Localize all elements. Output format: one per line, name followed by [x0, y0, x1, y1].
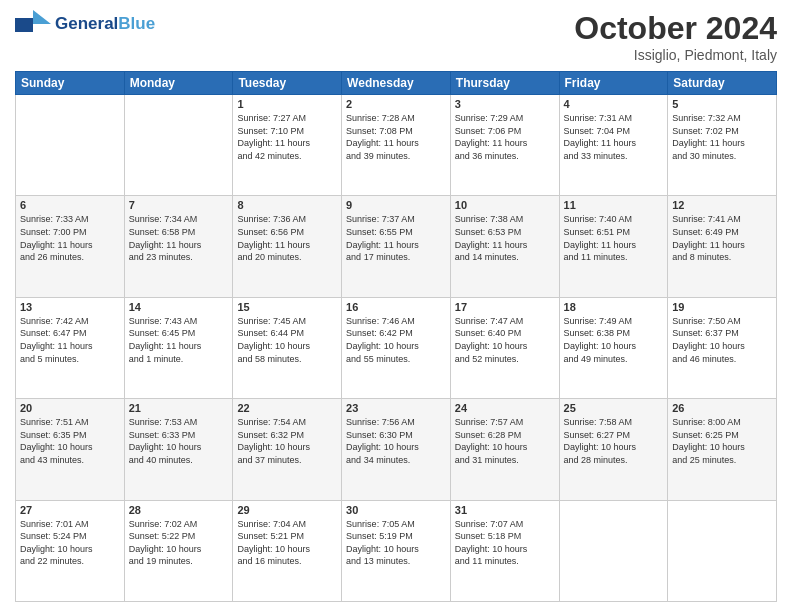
- calendar-cell: 9Sunrise: 7:37 AM Sunset: 6:55 PM Daylig…: [342, 196, 451, 297]
- logo-general: General: [55, 14, 118, 33]
- calendar-cell: 22Sunrise: 7:54 AM Sunset: 6:32 PM Dayli…: [233, 399, 342, 500]
- day-info: Sunrise: 7:02 AM Sunset: 5:22 PM Dayligh…: [129, 518, 229, 568]
- day-info: Sunrise: 7:56 AM Sunset: 6:30 PM Dayligh…: [346, 416, 446, 466]
- calendar-cell: 19Sunrise: 7:50 AM Sunset: 6:37 PM Dayli…: [668, 297, 777, 398]
- header: GeneralBlue October 2024 Issiglio, Piedm…: [15, 10, 777, 63]
- day-info: Sunrise: 7:27 AM Sunset: 7:10 PM Dayligh…: [237, 112, 337, 162]
- calendar-cell: 18Sunrise: 7:49 AM Sunset: 6:38 PM Dayli…: [559, 297, 668, 398]
- calendar-week-5: 27Sunrise: 7:01 AM Sunset: 5:24 PM Dayli…: [16, 500, 777, 601]
- calendar-cell: 25Sunrise: 7:58 AM Sunset: 6:27 PM Dayli…: [559, 399, 668, 500]
- calendar-cell: 12Sunrise: 7:41 AM Sunset: 6:49 PM Dayli…: [668, 196, 777, 297]
- title-area: October 2024 Issiglio, Piedmont, Italy: [574, 10, 777, 63]
- day-info: Sunrise: 7:04 AM Sunset: 5:21 PM Dayligh…: [237, 518, 337, 568]
- calendar-body: 1Sunrise: 7:27 AM Sunset: 7:10 PM Daylig…: [16, 95, 777, 602]
- day-info: Sunrise: 7:05 AM Sunset: 5:19 PM Dayligh…: [346, 518, 446, 568]
- day-number: 14: [129, 301, 229, 313]
- day-info: Sunrise: 7:46 AM Sunset: 6:42 PM Dayligh…: [346, 315, 446, 365]
- calendar-cell: 15Sunrise: 7:45 AM Sunset: 6:44 PM Dayli…: [233, 297, 342, 398]
- calendar-cell: 30Sunrise: 7:05 AM Sunset: 5:19 PM Dayli…: [342, 500, 451, 601]
- calendar-week-2: 6Sunrise: 7:33 AM Sunset: 7:00 PM Daylig…: [16, 196, 777, 297]
- day-info: Sunrise: 7:57 AM Sunset: 6:28 PM Dayligh…: [455, 416, 555, 466]
- calendar-cell: 27Sunrise: 7:01 AM Sunset: 5:24 PM Dayli…: [16, 500, 125, 601]
- month-title: October 2024: [574, 10, 777, 47]
- col-thursday: Thursday: [450, 72, 559, 95]
- day-number: 24: [455, 402, 555, 414]
- day-info: Sunrise: 7:37 AM Sunset: 6:55 PM Dayligh…: [346, 213, 446, 263]
- day-info: Sunrise: 7:43 AM Sunset: 6:45 PM Dayligh…: [129, 315, 229, 365]
- day-info: Sunrise: 8:00 AM Sunset: 6:25 PM Dayligh…: [672, 416, 772, 466]
- page: GeneralBlue October 2024 Issiglio, Piedm…: [0, 0, 792, 612]
- day-number: 17: [455, 301, 555, 313]
- day-info: Sunrise: 7:32 AM Sunset: 7:02 PM Dayligh…: [672, 112, 772, 162]
- day-info: Sunrise: 7:28 AM Sunset: 7:08 PM Dayligh…: [346, 112, 446, 162]
- day-info: Sunrise: 7:41 AM Sunset: 6:49 PM Dayligh…: [672, 213, 772, 263]
- logo-text: GeneralBlue: [55, 15, 155, 34]
- day-info: Sunrise: 7:49 AM Sunset: 6:38 PM Dayligh…: [564, 315, 664, 365]
- day-number: 2: [346, 98, 446, 110]
- calendar-cell: 10Sunrise: 7:38 AM Sunset: 6:53 PM Dayli…: [450, 196, 559, 297]
- calendar-cell: 24Sunrise: 7:57 AM Sunset: 6:28 PM Dayli…: [450, 399, 559, 500]
- calendar-header-row: Sunday Monday Tuesday Wednesday Thursday…: [16, 72, 777, 95]
- day-number: 1: [237, 98, 337, 110]
- calendar-table: Sunday Monday Tuesday Wednesday Thursday…: [15, 71, 777, 602]
- day-info: Sunrise: 7:40 AM Sunset: 6:51 PM Dayligh…: [564, 213, 664, 263]
- day-info: Sunrise: 7:53 AM Sunset: 6:33 PM Dayligh…: [129, 416, 229, 466]
- day-info: Sunrise: 7:36 AM Sunset: 6:56 PM Dayligh…: [237, 213, 337, 263]
- calendar-cell: [668, 500, 777, 601]
- day-number: 30: [346, 504, 446, 516]
- day-info: Sunrise: 7:47 AM Sunset: 6:40 PM Dayligh…: [455, 315, 555, 365]
- day-info: Sunrise: 7:42 AM Sunset: 6:47 PM Dayligh…: [20, 315, 120, 365]
- day-number: 11: [564, 199, 664, 211]
- day-number: 16: [346, 301, 446, 313]
- day-info: Sunrise: 7:34 AM Sunset: 6:58 PM Dayligh…: [129, 213, 229, 263]
- calendar-cell: 3Sunrise: 7:29 AM Sunset: 7:06 PM Daylig…: [450, 95, 559, 196]
- col-tuesday: Tuesday: [233, 72, 342, 95]
- day-info: Sunrise: 7:54 AM Sunset: 6:32 PM Dayligh…: [237, 416, 337, 466]
- day-number: 25: [564, 402, 664, 414]
- col-friday: Friday: [559, 72, 668, 95]
- day-number: 28: [129, 504, 229, 516]
- calendar-cell: 28Sunrise: 7:02 AM Sunset: 5:22 PM Dayli…: [124, 500, 233, 601]
- col-sunday: Sunday: [16, 72, 125, 95]
- day-info: Sunrise: 7:01 AM Sunset: 5:24 PM Dayligh…: [20, 518, 120, 568]
- calendar-cell: 31Sunrise: 7:07 AM Sunset: 5:18 PM Dayli…: [450, 500, 559, 601]
- day-number: 9: [346, 199, 446, 211]
- day-info: Sunrise: 7:51 AM Sunset: 6:35 PM Dayligh…: [20, 416, 120, 466]
- day-info: Sunrise: 7:07 AM Sunset: 5:18 PM Dayligh…: [455, 518, 555, 568]
- logo: GeneralBlue: [15, 10, 155, 38]
- day-number: 31: [455, 504, 555, 516]
- svg-marker-1: [33, 10, 51, 24]
- calendar-cell: 8Sunrise: 7:36 AM Sunset: 6:56 PM Daylig…: [233, 196, 342, 297]
- calendar-week-3: 13Sunrise: 7:42 AM Sunset: 6:47 PM Dayli…: [16, 297, 777, 398]
- day-number: 10: [455, 199, 555, 211]
- logo-icon: [15, 10, 51, 38]
- day-info: Sunrise: 7:33 AM Sunset: 7:00 PM Dayligh…: [20, 213, 120, 263]
- calendar-cell: 17Sunrise: 7:47 AM Sunset: 6:40 PM Dayli…: [450, 297, 559, 398]
- calendar-cell: 6Sunrise: 7:33 AM Sunset: 7:00 PM Daylig…: [16, 196, 125, 297]
- calendar-cell: 2Sunrise: 7:28 AM Sunset: 7:08 PM Daylig…: [342, 95, 451, 196]
- day-number: 12: [672, 199, 772, 211]
- day-info: Sunrise: 7:50 AM Sunset: 6:37 PM Dayligh…: [672, 315, 772, 365]
- day-number: 13: [20, 301, 120, 313]
- calendar-week-1: 1Sunrise: 7:27 AM Sunset: 7:10 PM Daylig…: [16, 95, 777, 196]
- calendar-cell: 5Sunrise: 7:32 AM Sunset: 7:02 PM Daylig…: [668, 95, 777, 196]
- calendar-cell: 29Sunrise: 7:04 AM Sunset: 5:21 PM Dayli…: [233, 500, 342, 601]
- day-info: Sunrise: 7:45 AM Sunset: 6:44 PM Dayligh…: [237, 315, 337, 365]
- day-number: 26: [672, 402, 772, 414]
- calendar-cell: 23Sunrise: 7:56 AM Sunset: 6:30 PM Dayli…: [342, 399, 451, 500]
- col-wednesday: Wednesday: [342, 72, 451, 95]
- day-number: 23: [346, 402, 446, 414]
- day-number: 21: [129, 402, 229, 414]
- calendar-cell: 21Sunrise: 7:53 AM Sunset: 6:33 PM Dayli…: [124, 399, 233, 500]
- day-number: 3: [455, 98, 555, 110]
- calendar-cell: 11Sunrise: 7:40 AM Sunset: 6:51 PM Dayli…: [559, 196, 668, 297]
- day-info: Sunrise: 7:58 AM Sunset: 6:27 PM Dayligh…: [564, 416, 664, 466]
- calendar-cell: [124, 95, 233, 196]
- day-number: 20: [20, 402, 120, 414]
- calendar-cell: 4Sunrise: 7:31 AM Sunset: 7:04 PM Daylig…: [559, 95, 668, 196]
- day-number: 5: [672, 98, 772, 110]
- day-number: 8: [237, 199, 337, 211]
- day-number: 18: [564, 301, 664, 313]
- calendar-cell: 1Sunrise: 7:27 AM Sunset: 7:10 PM Daylig…: [233, 95, 342, 196]
- day-number: 6: [20, 199, 120, 211]
